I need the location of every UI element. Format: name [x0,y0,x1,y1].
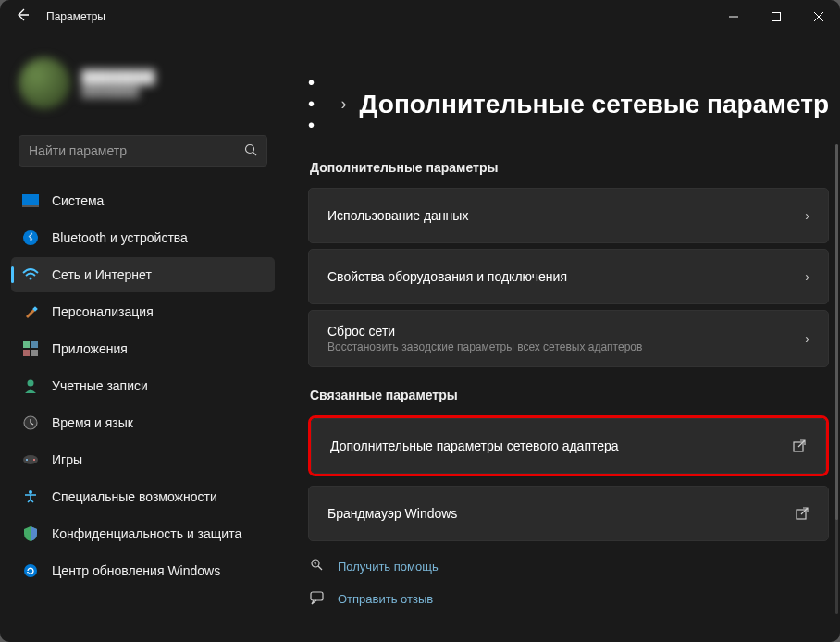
nav-label: Время и язык [52,415,133,430]
svg-rect-6 [22,194,39,205]
breadcrumb-more[interactable]: • • • [308,72,327,136]
svg-point-9 [30,278,32,280]
search-icon [244,143,257,159]
nav-label: Конфиденциальность и защита [52,526,241,541]
nav-item-accessibility[interactable]: Специальные возможности [11,479,275,514]
gamepad-icon [22,451,39,468]
nav-list: Система Bluetooth и устройства Сеть и Ин… [7,183,278,588]
svg-rect-11 [23,341,30,348]
nav-item-apps[interactable]: Приложения [11,331,275,366]
nav-item-accounts[interactable]: Учетные записи [11,368,275,403]
page-title: Дополнительные сетевые параметр [359,90,829,119]
section-head-additional: Дополнительные параметры [310,160,829,175]
link-label: Отправить отзыв [338,592,433,606]
link-help[interactable]: ? Получить помощь [308,558,829,575]
svg-rect-26 [311,592,323,600]
nav-label: Система [52,193,104,208]
clock-globe-icon [22,414,39,431]
titlebar: Параметры [0,0,840,33]
feedback-icon [310,590,325,608]
window-controls [712,0,840,33]
link-feedback[interactable]: Отправить отзыв [308,590,829,608]
svg-rect-7 [22,205,39,207]
svg-rect-14 [31,350,38,356]
card-title: Брандмауэр Windows [327,506,457,521]
nav-label: Игры [52,452,82,467]
card-firewall[interactable]: Брандмауэр Windows [308,486,829,541]
svg-rect-13 [23,350,30,356]
card-network-reset[interactable]: Сброс сети Восстановить заводские параме… [308,310,829,367]
nav-item-time-language[interactable]: Время и язык [11,405,275,440]
profile-block[interactable]: ████████ ████████ [7,41,278,126]
card-hardware-properties[interactable]: Свойства оборудования и подключения › [308,249,829,304]
svg-rect-1 [772,13,781,21]
nav-item-bluetooth[interactable]: Bluetooth и устройства [11,220,275,255]
svg-rect-12 [31,341,38,348]
nav-item-gaming[interactable]: Игры [11,442,275,477]
chevron-right-icon: › [340,94,346,114]
footer-links: ? Получить помощь Отправить отзыв [308,558,829,608]
scrollbar[interactable] [835,144,838,614]
wifi-icon [22,266,39,283]
card-adapter-options[interactable]: Дополнительные параметры сетевого адапте… [311,418,826,474]
body: ████████ ████████ Система Bluetooth и ус… [0,33,840,642]
titlebar-left: Параметры [11,4,105,30]
link-label: Получить помощь [338,560,439,574]
nav-item-system[interactable]: Система [11,183,275,218]
svg-point-21 [24,564,37,577]
chevron-right-icon: › [805,208,809,223]
card-title: Сброс сети [327,324,642,339]
profile-email: ████████ [81,86,154,97]
scrollbar-thumb[interactable] [835,144,838,520]
nav-label: Персонализация [52,304,154,319]
search-box[interactable] [19,135,267,167]
shield-icon [22,525,39,542]
chevron-right-icon: › [805,331,809,346]
nav-label: Специальные возможности [52,489,217,504]
bluetooth-icon [22,229,39,246]
back-button[interactable] [11,4,33,30]
nav-label: Приложения [52,341,128,356]
accessibility-icon [22,488,39,505]
minimize-button[interactable] [712,0,755,33]
apps-icon [22,340,39,357]
nav-item-privacy[interactable]: Конфиденциальность и защита [11,516,275,551]
nav-label: Сеть и Интернет [52,267,152,282]
card-title: Использование данных [327,208,468,223]
brush-icon [22,303,39,320]
section-head-related: Связанные параметры [310,388,829,402]
main-content: • • • › Дополнительные сетевые параметр … [282,33,840,642]
system-icon [22,192,39,209]
svg-point-18 [26,459,28,461]
person-icon [22,377,39,394]
card-subtitle: Восстановить заводские параметры всех се… [327,340,642,353]
close-button[interactable] [797,0,840,33]
sidebar: ████████ ████████ Система Bluetooth и ус… [0,33,282,642]
nav-item-windows-update[interactable]: Центр обновления Windows [11,553,275,588]
help-icon: ? [310,558,325,575]
svg-text:?: ? [314,562,317,567]
svg-point-15 [28,380,34,387]
svg-point-20 [29,490,32,494]
svg-line-5 [253,152,257,155]
breadcrumb: • • • › Дополнительные сетевые параметр [308,72,829,136]
nav-label: Bluetooth и устройства [52,230,188,245]
avatar [19,57,70,109]
profile-name: ████████ [81,69,154,84]
card-title: Свойства оборудования и подключения [327,269,567,284]
settings-window: Параметры ████████ ████████ [0,0,840,642]
nav-label: Учетные записи [52,378,148,393]
window-title: Параметры [46,10,105,23]
maximize-button[interactable] [755,0,797,33]
nav-item-network[interactable]: Сеть и Интернет [11,257,275,292]
card-data-usage[interactable]: Использование данных › [308,188,829,243]
card-title: Дополнительные параметры сетевого адапте… [330,438,619,453]
update-icon [22,562,39,579]
svg-point-17 [23,455,38,464]
svg-point-4 [246,144,254,153]
profile-text: ████████ ████████ [81,69,154,97]
chevron-right-icon: › [805,269,809,284]
nav-item-personalization[interactable]: Персонализация [11,294,275,329]
svg-point-19 [33,459,35,461]
search-input[interactable] [29,143,244,158]
